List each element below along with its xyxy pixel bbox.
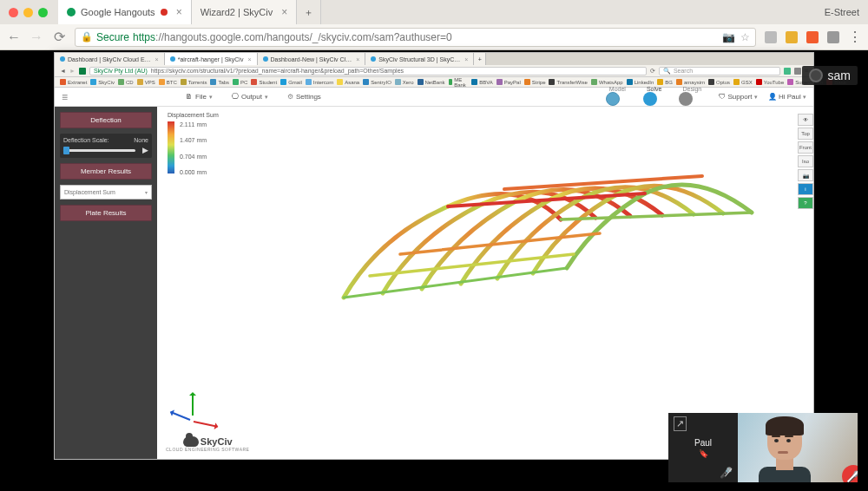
deflection-button[interactable]: Deflection — [60, 112, 152, 128]
favicon-icon — [60, 56, 65, 62]
bookmark[interactable]: PC — [233, 79, 247, 85]
tab-title: Wizard2 | SkyCiv — [201, 7, 273, 17]
settings-menu[interactable]: ⚙ Settings — [287, 93, 321, 101]
download-icon[interactable] — [784, 68, 791, 75]
bookmark[interactable]: Student — [251, 79, 277, 85]
bookmark[interactable]: Gmail — [280, 79, 302, 85]
forward-button[interactable]: → — [30, 29, 43, 45]
browser-tab-hangouts[interactable]: Google Hangouts × — [58, 0, 192, 24]
slider-thumb[interactable] — [63, 147, 69, 154]
legend-max: 2.111 mm — [180, 121, 207, 128]
x-axis-icon — [194, 421, 218, 428]
result-type-dropdown[interactable]: Displacement Sum ▾ — [60, 185, 152, 200]
model-viewport[interactable]: Displacement Sum 2.111 mm 1.407 mm 0.704… — [157, 107, 813, 459]
bookmark[interactable]: NetBank — [418, 79, 445, 85]
solve-mode-icon — [643, 92, 657, 106]
new-tab-button[interactable]: ＋ — [297, 0, 321, 24]
screenshot-button[interactable]: 📷 — [798, 169, 813, 181]
bookmark[interactable]: Extranet — [60, 79, 87, 85]
play-animation-button[interactable]: ▶ — [142, 146, 148, 154]
close-tab-icon[interactable]: × — [247, 56, 251, 62]
support-menu[interactable]: 🛡 Support ▾ — [719, 93, 758, 101]
extension-icon[interactable] — [786, 31, 798, 43]
hangouts-thumb-video[interactable]: 🎤 — [738, 413, 858, 482]
extension-icon[interactable] — [765, 31, 777, 43]
bookmark[interactable]: VPS — [137, 79, 155, 85]
hangouts-participant-pip[interactable]: sam — [802, 66, 858, 85]
info-button[interactable]: i — [798, 183, 813, 195]
file-menu[interactable]: 🗎 File ▾ — [186, 93, 213, 101]
inner-new-tab-button[interactable]: + — [474, 53, 486, 65]
bookmark[interactable]: Asana — [337, 79, 359, 85]
logo-text: SkyCiv — [201, 436, 233, 447]
hangouts-thumb-self[interactable]: ↗ Paul 🔖 🎤̸ — [668, 413, 738, 482]
inner-tab[interactable]: Dashboard-New | SkyCiv Cl…× — [258, 53, 366, 65]
home-icon[interactable] — [794, 68, 801, 75]
bookmark[interactable]: BBVA — [471, 79, 493, 85]
plate-results-button[interactable]: Plate Results — [60, 205, 152, 221]
reload-icon[interactable]: ⟳ — [650, 68, 655, 75]
address-bar[interactable]: 🔒 Secure https ://hangouts.google.com/ha… — [75, 28, 756, 47]
thumb-name: Paul — [694, 438, 712, 448]
mic-muted-icon[interactable]: 🎤̸ — [720, 467, 733, 479]
cloud-icon — [183, 436, 199, 447]
chrome-toolbar: ← → ⟳ 🔒 Secure https ://hangouts.google.… — [0, 24, 868, 50]
inner-search-box[interactable]: 🔍 Search — [659, 67, 780, 75]
tab-label: Dashboard | SkyCiv Cloud E… — [68, 56, 151, 62]
bookmark[interactable]: Xero — [395, 79, 414, 85]
back-button[interactable]: ← — [7, 29, 21, 45]
close-window-button[interactable] — [9, 8, 18, 17]
bookmark[interactable]: Stripe — [524, 79, 546, 85]
close-tab-icon[interactable]: × — [281, 6, 287, 18]
bookmark[interactable]: CD — [118, 79, 134, 85]
iso-view-button[interactable]: Iso — [798, 155, 813, 167]
bookmark[interactable]: ME Bank — [449, 77, 469, 88]
minimize-window-button[interactable] — [23, 8, 33, 17]
bookmark[interactable]: SentryIO — [363, 79, 391, 85]
front-view-button[interactable]: Front — [798, 141, 813, 154]
back-button[interactable]: ◄ — [60, 68, 66, 74]
secure-indicator: 🔒 Secure — [81, 31, 129, 43]
hamburger-icon[interactable]: ≡ — [62, 91, 68, 103]
structure-render — [296, 124, 782, 419]
view-tools: 👁 Top Front Iso 📷 i ? — [798, 114, 813, 209]
bookmark[interactable]: Torrents — [181, 79, 207, 85]
close-tab-icon[interactable]: × — [176, 6, 182, 18]
bookmark-star-icon[interactable]: ☆ — [740, 31, 750, 43]
close-tab-icon[interactable]: × — [464, 56, 468, 62]
inner-tab-active[interactable]: *aircraft-hanger | SkyCiv× — [165, 53, 258, 65]
forward-button[interactable]: ► — [69, 68, 76, 74]
mute-mic-button[interactable]: 🎤 — [842, 465, 858, 482]
browser-tab-wizard[interactable]: Wizard2 | SkyCiv × — [192, 0, 298, 24]
extension-icon[interactable] — [806, 31, 819, 43]
scale-slider[interactable] — [63, 149, 135, 152]
camera-icon[interactable]: 📷 — [722, 31, 735, 43]
reload-button[interactable]: ⟳ — [52, 29, 66, 45]
user-menu[interactable]: 👤 Hi Paul ▾ — [768, 93, 806, 101]
visibility-toggle[interactable]: 👁 — [798, 114, 813, 126]
inner-tab[interactable]: Dashboard | SkyCiv Cloud E…× — [55, 53, 165, 65]
inner-address-bar[interactable]: SkyCiv Pty Ltd (AU) https://skyciv.com/s… — [89, 67, 647, 75]
bookmark[interactable]: Intercom — [306, 79, 333, 85]
chrome-menu-icon[interactable]: ⋮ — [848, 29, 861, 45]
close-tab-icon[interactable]: × — [155, 56, 159, 62]
close-tab-icon[interactable]: × — [356, 56, 359, 62]
mac-menu-right[interactable]: E-Street — [825, 7, 859, 17]
color-legend: Displacement Sum 2.111 mm 1.407 mm 0.704… — [168, 112, 219, 175]
top-view-button[interactable]: Top — [798, 128, 813, 140]
inner-tab[interactable]: SkyCiv Structural 3D | SkyC…× — [365, 53, 474, 65]
bookmark[interactable]: PayPal — [496, 79, 521, 85]
bookmark[interactable]: Tabs — [210, 79, 229, 85]
extension-icon[interactable] — [827, 31, 839, 43]
output-menu[interactable]: 🖵 Output ▾ — [232, 93, 268, 101]
screenshare-icon[interactable]: ↗ — [674, 416, 687, 431]
legend-mid1: 1.407 mm — [180, 137, 207, 143]
favicon-icon — [263, 56, 268, 62]
member-results-button[interactable]: Member Results — [60, 163, 152, 180]
bookmark[interactable]: TransferWise — [549, 79, 587, 85]
bookmark[interactable]: SkyCiv — [90, 79, 115, 85]
maximize-window-button[interactable] — [38, 8, 48, 17]
bookmark[interactable]: BTC — [159, 79, 177, 85]
help-button[interactable]: ? — [798, 197, 813, 209]
video-face — [759, 418, 811, 481]
